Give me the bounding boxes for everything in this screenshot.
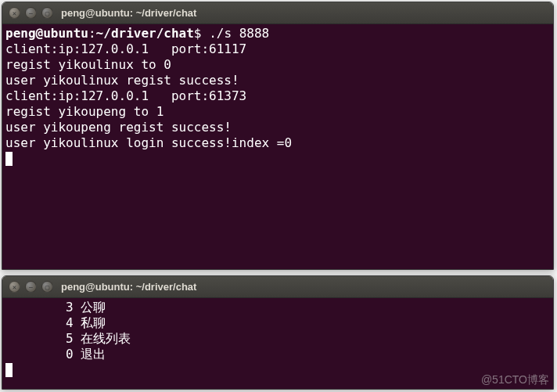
menu-item: 4 私聊 bbox=[5, 315, 106, 330]
command-text: ./s 8888 bbox=[209, 26, 269, 41]
menu-num: 3 bbox=[66, 300, 74, 315]
terminal-window-1: ✕ − ▢ peng@ubuntu: ~/driver/chat peng@ub… bbox=[2, 2, 554, 270]
menu-num: 5 bbox=[66, 331, 74, 346]
minimize-icon[interactable]: − bbox=[25, 281, 37, 293]
menu-label: 退出 bbox=[81, 347, 106, 361]
menu-num: 4 bbox=[66, 315, 74, 330]
maximize-icon[interactable]: ▢ bbox=[41, 281, 53, 293]
prompt-userhost: peng@ubuntu bbox=[5, 26, 88, 41]
prompt-path: ~/driver/chat bbox=[96, 26, 194, 41]
cursor-2 bbox=[5, 363, 13, 377]
prompt-dollar: $ bbox=[194, 26, 202, 41]
close-icon[interactable]: ✕ bbox=[9, 281, 20, 293]
close-icon[interactable]: ✕ bbox=[9, 7, 20, 19]
output-line: regist yikoulinux to 0 bbox=[5, 57, 171, 72]
menu-item: 3 公聊 bbox=[5, 300, 106, 315]
window-title-2: peng@ubuntu: ~/driver/chat bbox=[61, 281, 196, 293]
menu-label: 公聊 bbox=[81, 300, 106, 315]
output-line: client:ip:127.0.0.1 port:61117 bbox=[5, 41, 246, 56]
cursor-1 bbox=[5, 152, 13, 166]
output-line: client:ip:127.0.0.1 port:61373 bbox=[5, 88, 246, 103]
menu-num: 0 bbox=[66, 347, 74, 361]
window-controls-1: ✕ − ▢ bbox=[9, 7, 53, 19]
menu-item: 5 在线列表 bbox=[5, 331, 131, 346]
minimize-icon[interactable]: − bbox=[25, 7, 37, 19]
terminal-body-1[interactable]: peng@ubuntu:~/driver/chat$ ./s 8888 clie… bbox=[2, 24, 553, 269]
output-line: regist yikoupeng to 1 bbox=[5, 104, 164, 119]
menu-item: 0 退出 bbox=[5, 347, 106, 361]
output-line: user yikoupeng regist success! bbox=[5, 120, 232, 135]
maximize-icon[interactable]: ▢ bbox=[41, 7, 53, 19]
output-line: user yikoulinux regist success! bbox=[5, 73, 239, 88]
output-line: user yikoulinux login success!index =0 bbox=[5, 135, 292, 150]
menu-label: 在线列表 bbox=[81, 331, 131, 346]
window-title-1: peng@ubuntu: ~/driver/chat bbox=[61, 7, 196, 19]
terminal-body-2[interactable]: 3 公聊 4 私聊 5 在线列表 0 退出 bbox=[2, 298, 553, 389]
window-controls-2: ✕ − ▢ bbox=[9, 281, 53, 293]
menu-label: 私聊 bbox=[81, 315, 106, 330]
terminal-window-2: ✕ − ▢ peng@ubuntu: ~/driver/chat 3 公聊 4 … bbox=[2, 275, 554, 390]
titlebar-2: ✕ − ▢ peng@ubuntu: ~/driver/chat bbox=[2, 276, 553, 298]
titlebar-1: ✕ − ▢ peng@ubuntu: ~/driver/chat bbox=[2, 2, 553, 24]
